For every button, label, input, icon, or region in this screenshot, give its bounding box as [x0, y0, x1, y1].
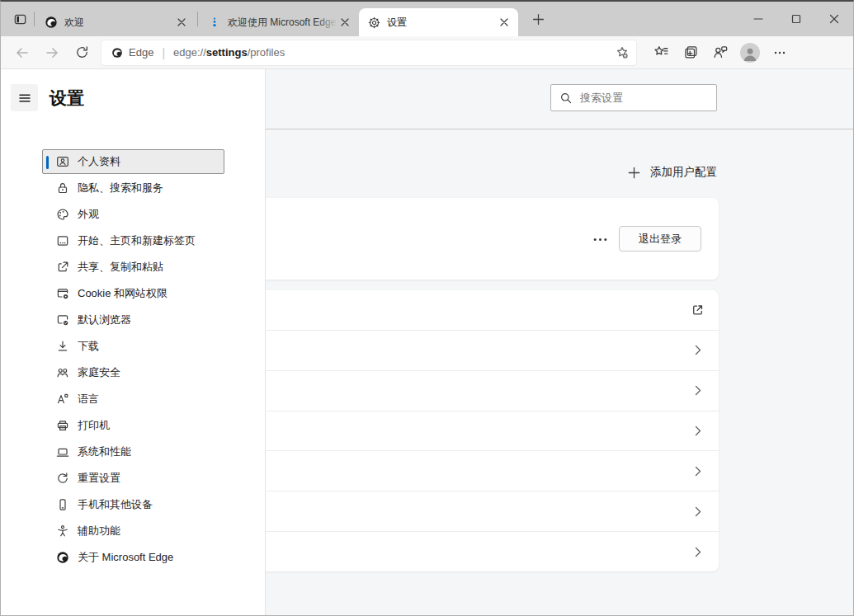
download-icon — [56, 340, 69, 353]
add-profile-button[interactable]: 添加用户配置 — [628, 160, 717, 185]
share-icon — [56, 261, 69, 274]
sidebar-item-label: 默认浏览器 — [78, 313, 131, 327]
tab-separator — [197, 12, 198, 26]
minimize-button[interactable] — [739, 2, 777, 36]
sidebar-item-printers[interactable]: 打印机 — [42, 413, 224, 438]
tab-title: 欢迎 — [64, 16, 174, 30]
sidebar-item-family-safety[interactable]: 家庭安全 — [42, 360, 224, 385]
chevron-right-icon — [691, 383, 705, 397]
sidebar-item-label: 个人资料 — [78, 154, 120, 169]
chevron-right-icon — [691, 424, 705, 438]
favorites-star-icon — [653, 45, 669, 60]
cookie-permissions-icon — [56, 287, 69, 300]
search-input[interactable] — [580, 92, 725, 104]
close-tab-icon[interactable] — [337, 15, 352, 30]
settings-more-button[interactable] — [765, 39, 795, 67]
forward-arrow-icon — [45, 45, 59, 60]
profile-more-button[interactable] — [586, 231, 614, 247]
gear-icon — [367, 16, 380, 29]
sidebar-item-accessibility[interactable]: 辅助功能 — [42, 519, 224, 543]
sidebar-item-about-edge[interactable]: 关于 Microsoft Edge — [42, 545, 224, 570]
settings-page: 添加用户配置 退出登录 — [1, 69, 853, 615]
tab-welcome-to-edge[interactable]: 欢迎使用 Microsoft Edge — [200, 8, 359, 36]
add-favorite-button[interactable] — [611, 42, 634, 63]
hamburger-icon — [18, 92, 31, 105]
tab-actions-menu-button[interactable] — [7, 7, 32, 31]
tab-layout-icon — [13, 12, 27, 26]
new-tab-page-icon — [56, 234, 69, 247]
chevron-right-icon — [691, 545, 705, 559]
sidebar-item-label: 系统和性能 — [78, 444, 131, 459]
tab-title: 欢迎使用 Microsoft Edge — [228, 16, 337, 30]
refresh-button[interactable] — [67, 39, 97, 67]
back-button[interactable] — [7, 39, 37, 67]
close-window-button[interactable] — [815, 2, 853, 36]
sidebar-item-privacy[interactable]: 隐私、搜索和服务 — [42, 176, 224, 200]
sidebar-item-default-browser[interactable]: 默认浏览器 — [42, 308, 224, 332]
palette-icon — [56, 208, 69, 221]
site-badge-label: Edge — [129, 46, 153, 59]
chevron-right-icon — [691, 343, 705, 357]
sidebar-item-label: 下载 — [78, 339, 99, 354]
settings-sidebar: 设置 个人资料 隐私、搜索和服务 外观 开始、主页和新建标签页 — [1, 69, 266, 615]
sidebar-item-start-home-newtab[interactable]: 开始、主页和新建标签页 — [42, 228, 224, 253]
maximize-icon — [791, 14, 801, 24]
family-icon — [56, 366, 69, 379]
sidebar-item-label: 语言 — [78, 392, 99, 407]
external-link-icon — [691, 303, 705, 317]
sidebar-item-label: 重置设置 — [78, 471, 120, 486]
sidebar-item-appearance[interactable]: 外观 — [42, 202, 224, 227]
sidebar-item-phone-devices[interactable]: 手机和其他设备 — [42, 492, 224, 517]
chevron-right-icon — [691, 464, 705, 478]
profile-card-icon — [56, 155, 69, 168]
sidebar-item-cookies-permissions[interactable]: Cookie 和网站权限 — [42, 281, 224, 306]
forward-button[interactable] — [37, 39, 67, 67]
page-title: 设置 — [50, 87, 84, 110]
sidebar-item-label: 外观 — [78, 207, 99, 222]
person-chat-icon — [713, 45, 729, 60]
sidebar-item-reset-settings[interactable]: 重置设置 — [42, 466, 224, 491]
close-tab-icon[interactable] — [174, 15, 189, 30]
add-profile-label: 添加用户配置 — [650, 165, 717, 180]
sidebar-item-share-copy-paste[interactable]: 共享、复制和粘贴 — [42, 255, 224, 280]
sidebar-item-downloads[interactable]: 下载 — [42, 334, 224, 359]
sidebar-item-label: 手机和其他设备 — [78, 497, 153, 512]
address-bar[interactable]: Edge | edge://settings/profiles — [101, 40, 636, 65]
profile-avatar-button[interactable] — [735, 39, 765, 67]
sidebar-item-languages[interactable]: 语言 — [42, 387, 224, 411]
sidebar-item-label: 辅助功能 — [78, 524, 120, 538]
sign-out-button[interactable]: 退出登录 — [619, 226, 701, 252]
tab-welcome[interactable]: 欢迎 — [36, 8, 196, 36]
navigation-toolbar: Edge | edge://settings/profiles — [1, 36, 853, 69]
default-browser-icon — [56, 313, 69, 327]
new-tab-button[interactable] — [526, 7, 550, 31]
phone-icon — [56, 498, 69, 511]
browser-feedback-button[interactable] — [705, 39, 735, 67]
language-icon — [56, 393, 69, 406]
chevron-right-icon — [691, 505, 705, 519]
edge-logo-icon — [45, 16, 58, 29]
url-text: edge://settings/profiles — [173, 46, 611, 59]
sidebar-header: 设置 — [11, 84, 84, 111]
menu-toggle-button[interactable] — [11, 84, 38, 111]
sidebar-item-profiles[interactable]: 个人资料 — [42, 149, 224, 174]
search-icon — [559, 92, 573, 105]
edge-logo-icon — [56, 551, 69, 564]
maximize-button[interactable] — [777, 2, 815, 36]
more-options-icon — [593, 237, 607, 242]
close-tab-icon[interactable] — [497, 15, 512, 30]
minimize-icon — [753, 14, 763, 24]
favorites-button[interactable] — [646, 39, 676, 67]
reset-icon — [56, 472, 69, 485]
refresh-icon — [75, 45, 89, 59]
sidebar-item-system-performance[interactable]: 系统和性能 — [42, 440, 224, 464]
window-controls — [739, 2, 853, 36]
back-arrow-icon — [15, 45, 30, 60]
collections-button[interactable] — [676, 39, 705, 67]
tab-settings[interactable]: 设置 — [359, 8, 518, 36]
sidebar-item-label: Cookie 和网站权限 — [78, 286, 167, 301]
address-separator: | — [162, 46, 165, 59]
sidebar-item-label: 隐私、搜索和服务 — [78, 181, 163, 195]
settings-search-box[interactable] — [550, 84, 717, 111]
tab-bar: 欢迎 欢迎使用 Microsoft Edge 设置 — [1, 2, 853, 36]
